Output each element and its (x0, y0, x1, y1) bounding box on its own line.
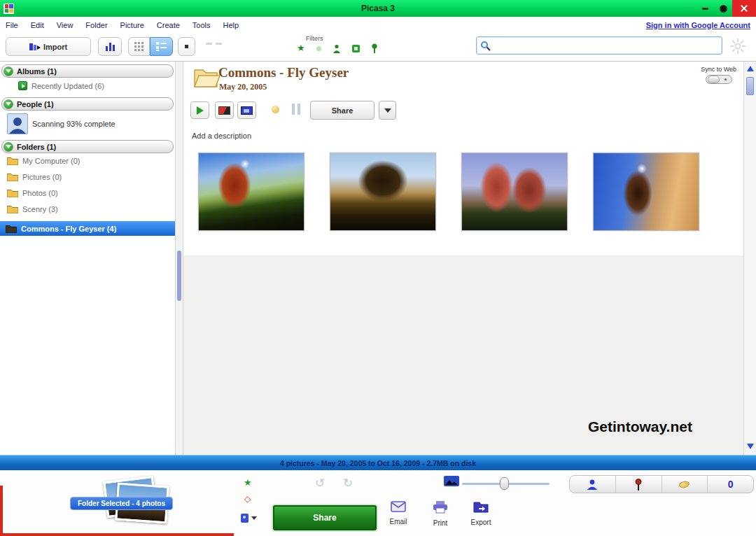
sync-to-web-label: Sync to Web (701, 66, 736, 73)
clear-selection-icon[interactable]: ◇ (244, 494, 251, 504)
menu-help[interactable]: Help (223, 21, 239, 29)
scrollbar-thumb[interactable] (746, 77, 754, 95)
window-body: Albums (1) Recently Updated (6) People (… (0, 62, 756, 455)
menu-tools[interactable]: Tools (192, 21, 211, 29)
splitter-scroll-thumb[interactable] (177, 251, 181, 301)
histogram-button[interactable] (98, 37, 122, 56)
albums-section-header[interactable]: Albums (1) (1, 64, 174, 78)
zoom-slider-thumb[interactable] (500, 477, 509, 490)
zoom-photo-icon (444, 476, 459, 488)
email-label: Email (382, 518, 414, 526)
signin-google-link[interactable]: Sign in with Google Account (646, 21, 750, 29)
watermark-text: Getintoway.net (588, 418, 692, 435)
photo-thumbnail-3[interactable] (461, 153, 568, 231)
collage-button[interactable] (237, 101, 256, 119)
sidebar-splitter[interactable] (175, 62, 183, 455)
tags-panel-button[interactable] (662, 476, 708, 493)
filter-uploaded-icon[interactable] (316, 46, 321, 51)
zero-badge: 0 (728, 479, 734, 490)
album-date: May 20, 2005 (219, 82, 267, 92)
description-placeholder[interactable]: Add a description (192, 132, 251, 140)
view-options-dropdown[interactable] (178, 37, 195, 56)
capture-border-left (0, 486, 3, 536)
slideshow-button[interactable] (190, 101, 209, 119)
sidebar-item-pictures[interactable]: Pictures (0) (7, 173, 62, 181)
people-scanning-row: Scanning 93% complete (7, 113, 115, 134)
tray-toggle-group: 0 (569, 475, 754, 493)
filter-video-icon[interactable] (352, 45, 360, 52)
menu-edit[interactable]: Edit (31, 21, 44, 29)
album-content: Commons - Fly Geyser May 20, 2005 Sync t… (183, 62, 743, 455)
filter-geotag-icon[interactable] (371, 43, 378, 54)
movie-icon (218, 106, 230, 115)
print-icon (433, 501, 448, 514)
collapse-folders-icon[interactable] (4, 142, 13, 152)
hold-selection-icon[interactable]: ★ (244, 477, 252, 488)
recently-updated-label: Recently Updated (6) (31, 82, 104, 90)
sidebar-item-scenry[interactable]: Scenry (3) (7, 205, 58, 213)
rotate-right-button[interactable]: ↻ (343, 476, 353, 491)
movie-button[interactable] (215, 101, 234, 119)
list-view-button[interactable] (150, 37, 173, 56)
toggle-knob (708, 76, 720, 83)
add-tag-button[interactable] (241, 514, 257, 523)
collapse-people-icon[interactable] (4, 99, 13, 109)
histogram-icon (106, 43, 115, 51)
close-button[interactable] (732, 0, 756, 17)
photo-thumbnail-2[interactable] (330, 153, 436, 231)
folder-icon (7, 157, 18, 165)
menu-picture[interactable]: Picture (120, 21, 144, 29)
photo-thumbnail-4[interactable] (593, 153, 699, 231)
brightness-icon[interactable] (729, 38, 746, 55)
grid-view-button[interactable] (128, 37, 150, 56)
collage-icon (241, 106, 253, 115)
export-icon (473, 501, 489, 513)
search-icon (480, 41, 491, 51)
album-share-button[interactable]: Share (310, 101, 374, 120)
sidebar-item-commons-fly-geyser-selected[interactable]: Commons - Fly Geyser (4) (0, 221, 175, 236)
print-button[interactable]: Print (424, 501, 456, 527)
menu-file[interactable]: File (6, 21, 18, 29)
menu-bar: File Edit View Folder Picture Create Too… (0, 17, 756, 33)
collapse-albums-icon[interactable] (4, 66, 13, 76)
content-scrollbar[interactable] (743, 62, 756, 455)
places-panel-button[interactable] (616, 476, 662, 493)
menu-create[interactable]: Create (157, 21, 180, 29)
thumbnail-zoom-slider[interactable] (462, 483, 550, 485)
scroll-down-icon[interactable] (747, 444, 754, 449)
grid-view-icon (134, 42, 144, 51)
share-dropdown-button[interactable] (379, 101, 396, 120)
filter-faces-icon[interactable] (332, 44, 341, 53)
export-button[interactable]: Export (465, 501, 497, 526)
sync-to-web-toggle[interactable] (706, 75, 732, 84)
sidebar-item-photos[interactable]: Photos (0) (7, 189, 58, 197)
list-view-icon (156, 42, 167, 51)
selection-badge: Folder Selected - 4 photos (70, 497, 173, 510)
properties-panel-button[interactable]: 0 (708, 476, 753, 493)
rotate-left-button[interactable]: ↺ (315, 476, 325, 491)
folder-icon (7, 173, 18, 181)
scroll-up-icon[interactable] (747, 66, 754, 71)
library-sidebar: Albums (1) Recently Updated (6) People (… (0, 62, 175, 455)
filter-starred-icon[interactable]: ★ (297, 43, 305, 53)
import-label: Import (43, 43, 67, 51)
sidebar-item-my-computer[interactable]: My Computer (0) (7, 157, 80, 165)
menu-folder[interactable]: Folder (85, 21, 107, 29)
sidebar-item-recently-updated[interactable]: Recently Updated (6) (18, 81, 104, 90)
tray-share-button[interactable]: Share (273, 505, 377, 530)
tag-icon (241, 514, 248, 523)
menu-view[interactable]: View (57, 21, 74, 29)
scanning-status: Scanning 93% complete (32, 120, 115, 128)
people-section-header[interactable]: People (1) (1, 97, 174, 111)
import-button[interactable]: Import (6, 37, 91, 56)
people-panel-button[interactable] (570, 476, 616, 493)
chevron-down-icon (251, 516, 257, 520)
search-input[interactable] (493, 37, 722, 54)
email-button[interactable]: Email (382, 501, 414, 526)
folder-label: Photos (0) (22, 189, 58, 197)
main-toolbar: Import Filter (0, 33, 756, 62)
folders-section-header[interactable]: Folders (1) (1, 140, 174, 153)
map-pin-icon (635, 479, 642, 491)
export-label: Export (465, 519, 497, 526)
photo-thumbnail-1[interactable] (198, 153, 304, 231)
